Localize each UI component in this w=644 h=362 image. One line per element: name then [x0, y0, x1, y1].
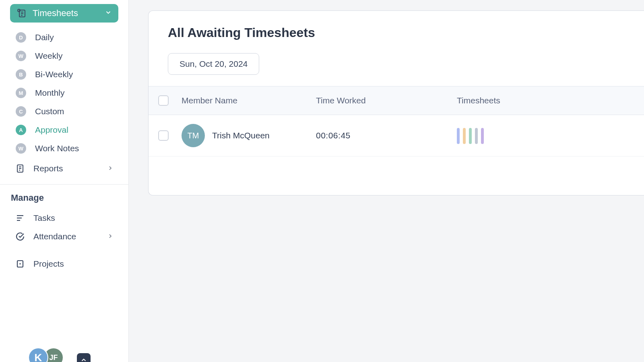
avatar[interactable]: K: [28, 348, 48, 362]
timesheet-icon: [17, 8, 27, 19]
sidebar-item-bi-weekly[interactable]: BBi-Weekly: [12, 65, 118, 84]
section-label-manage: Manage: [10, 191, 118, 209]
badge-letter-icon: M: [16, 88, 26, 98]
sidebar-item-label: Weekly: [35, 51, 62, 61]
badge-letter-icon: D: [16, 32, 26, 43]
sidebar-item-label: Bi-Weekly: [35, 70, 73, 79]
scroll-up-button[interactable]: [77, 353, 91, 362]
badge-letter-icon: C: [16, 106, 26, 117]
sidebar-item-work-notes[interactable]: WWork Notes: [12, 139, 118, 158]
sidebar-item-label: Custom: [35, 107, 64, 116]
nav-item-label: Attendance: [33, 232, 76, 241]
row-checkbox[interactable]: [158, 130, 169, 141]
page-title: All Awaiting Timesheets: [168, 25, 625, 40]
badge-letter-icon: B: [16, 69, 26, 80]
nav-item-projects[interactable]: Projects: [10, 255, 118, 273]
table-row[interactable]: TMTrish McQueen00:06:45: [149, 115, 644, 156]
column-header-time: Time Worked: [316, 96, 457, 105]
sidebar-item-label: Approval: [35, 125, 68, 135]
nav-group-timesheets[interactable]: Timesheets: [10, 4, 118, 23]
member-avatar: TM: [182, 124, 205, 147]
sidebar-item-monthly[interactable]: MMonthly: [12, 84, 118, 102]
nav-item-label: Reports: [33, 164, 63, 173]
sidebar: Timesheets DDailyWWeeklyBBi-WeeklyMMonth…: [0, 0, 129, 362]
nav-item-attendance[interactable]: Attendance: [10, 227, 118, 246]
column-header-timesheets: Timesheets: [457, 96, 634, 105]
sidebar-item-daily[interactable]: DDaily: [12, 28, 118, 47]
timesheets-card: All Awaiting Timesheets Sun, Oct 20, 202…: [148, 10, 644, 195]
chevron-down-icon: [105, 8, 112, 19]
time-worked-value: 00:06:45: [316, 131, 351, 140]
badge-letter-icon: A: [16, 125, 26, 135]
sidebar-item-approval[interactable]: AApproval: [12, 121, 118, 139]
sidebar-item-label: Daily: [35, 33, 54, 42]
report-icon: [15, 163, 25, 174]
sidebar-item-label: Work Notes: [35, 144, 79, 153]
nav-item-reports[interactable]: Reports: [10, 159, 118, 178]
table-header: Member Name Time Worked Timesheets: [149, 86, 644, 115]
nav-item-tasks[interactable]: Tasks: [10, 209, 118, 227]
sidebar-footer: K JF: [0, 339, 128, 362]
nav-item-label: Tasks: [33, 213, 55, 223]
chevron-right-icon: [107, 232, 114, 241]
sidebar-item-weekly[interactable]: WWeekly: [12, 47, 118, 65]
svg-point-1: [18, 9, 20, 12]
projects-icon: [15, 259, 25, 269]
nav-group-label: Timesheets: [33, 8, 78, 19]
timesheets-table: Member Name Time Worked Timesheets TMTri…: [149, 86, 644, 156]
timesheet-bars-icon: [457, 127, 634, 144]
sidebar-item-custom[interactable]: CCustom: [12, 102, 118, 121]
nav-item-label: Projects: [33, 259, 64, 269]
badge-letter-icon: W: [16, 143, 26, 154]
badge-letter-icon: W: [16, 51, 26, 61]
member-name: Trish McQueen: [212, 131, 270, 140]
select-all-checkbox[interactable]: [158, 95, 169, 106]
attendance-icon: [15, 231, 25, 242]
main-content: All Awaiting Timesheets Sun, Oct 20, 202…: [129, 0, 644, 362]
chevron-right-icon: [107, 164, 114, 173]
tasks-icon: [15, 213, 25, 223]
date-picker-button[interactable]: Sun, Oct 20, 2024: [168, 53, 259, 75]
column-header-member: Member Name: [182, 96, 316, 105]
sidebar-item-label: Monthly: [35, 88, 65, 98]
